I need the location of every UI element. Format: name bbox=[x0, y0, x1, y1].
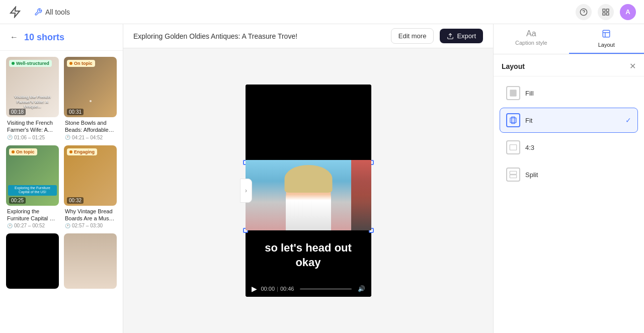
short-time: 🕐 02:57 – 03:30 bbox=[65, 223, 116, 228]
play-button[interactable]: ▶ bbox=[252, 285, 257, 293]
user-avatar[interactable]: A bbox=[620, 4, 636, 20]
svg-rect-4 bbox=[606, 9, 609, 12]
svg-rect-13 bbox=[512, 117, 515, 123]
video-player: so let's head outokay ▶ 00:00 | 00:46 bbox=[246, 85, 371, 297]
content-header: Exploring Golden Oldies Antiques: A Trea… bbox=[123, 24, 493, 48]
content-area: Exploring Golden Oldies Antiques: A Trea… bbox=[123, 24, 493, 333]
shorts-list: Well-structured 00:18 Visiting the Frenc… bbox=[0, 51, 123, 333]
short-title: Exploring the Furniture Capital of the U… bbox=[7, 208, 58, 222]
short-title: Stone Bowls and Beads: Affordable Stylin… bbox=[65, 119, 116, 134]
layout-option-43[interactable]: 4:3 bbox=[500, 135, 638, 160]
badge-dot bbox=[12, 62, 15, 65]
short-time: 🕐 00:27 – 00:52 bbox=[7, 223, 58, 228]
app-logo[interactable] bbox=[8, 5, 22, 19]
layout-panel-header: Layout ✕ bbox=[494, 54, 644, 76]
status-badge: Well-structured bbox=[9, 60, 52, 67]
short-title: Why Vintage Bread Boards Are a Must-Have… bbox=[65, 208, 116, 222]
video-player-wrapper: so let's head outokay ▶ 00:00 | 00:46 bbox=[246, 85, 371, 297]
svg-rect-14 bbox=[510, 145, 516, 150]
short-thumbnail: Engaging 00:32 bbox=[64, 145, 117, 206]
check-icon: ✓ bbox=[625, 116, 631, 124]
list-item[interactable]: On topic 00:31 Stone Bowls and Beads: Af… bbox=[64, 57, 117, 140]
panel-tabs: Aa Caption style Layout bbox=[494, 24, 644, 54]
svg-marker-0 bbox=[11, 7, 20, 17]
layout-option-split[interactable]: Split bbox=[500, 162, 638, 187]
main-content: ← 10 shorts Well-structured 00:18 Visiti… bbox=[0, 24, 644, 333]
short-duration: 00:18 bbox=[9, 109, 26, 115]
layout-options: Fill Fit ✓ bbox=[494, 76, 644, 191]
43-icon bbox=[506, 140, 520, 154]
collapse-sidebar-button[interactable]: › bbox=[240, 179, 252, 203]
short-title: Visiting the French Farmer's Wife: A Uni… bbox=[7, 119, 58, 134]
badge-dot bbox=[69, 62, 72, 65]
fit-label: Fit bbox=[525, 117, 620, 124]
back-button[interactable]: ← bbox=[8, 31, 20, 43]
tab-caption-style[interactable]: Aa Caption style bbox=[494, 24, 569, 54]
help-icon[interactable] bbox=[576, 4, 592, 20]
svg-rect-6 bbox=[603, 13, 605, 15]
short-info: Exploring the Furniture Capital of the U… bbox=[6, 208, 59, 229]
short-info: Why Vintage Bread Boards Are a Must-Have… bbox=[64, 208, 117, 229]
top-nav: All tools A bbox=[0, 0, 644, 24]
short-thumbnail: On topic 00:25 Exploring the Furniture C… bbox=[6, 145, 59, 206]
progress-bar[interactable] bbox=[300, 288, 351, 290]
right-panel: Aa Caption style Layout Layout ✕ bbox=[493, 24, 644, 333]
clock-icon: 🕐 bbox=[7, 135, 13, 140]
svg-rect-8 bbox=[603, 30, 610, 37]
status-badge: On topic bbox=[67, 60, 95, 67]
clock-icon: 🕐 bbox=[65, 223, 70, 228]
export-button[interactable]: Export bbox=[440, 29, 483, 43]
text-icon: Aa bbox=[526, 29, 536, 38]
nav-icons: A bbox=[576, 4, 636, 20]
list-item[interactable] bbox=[6, 233, 59, 291]
status-badge: Engaging bbox=[67, 148, 97, 155]
current-time: 00:00 bbox=[261, 286, 275, 292]
export-label: Export bbox=[457, 32, 476, 40]
video-person-bg bbox=[246, 160, 371, 230]
badge-dot bbox=[12, 150, 15, 153]
layout-option-fill[interactable]: Fill bbox=[500, 80, 638, 106]
svg-rect-15 bbox=[510, 171, 516, 174]
edit-more-button[interactable]: Edit more bbox=[391, 28, 434, 44]
volume-button[interactable]: 🔊 bbox=[358, 285, 365, 292]
video-top-section bbox=[246, 85, 371, 160]
list-item[interactable]: Engaging 00:32 Why Vintage Bread Boards … bbox=[64, 145, 117, 229]
upload-icon bbox=[447, 33, 454, 40]
layout-option-fit[interactable]: Fit ✓ bbox=[500, 108, 638, 133]
clock-icon: 🕐 bbox=[65, 135, 70, 140]
layout-panel-title: Layout bbox=[502, 62, 525, 70]
video-caption-area: so let's head outokay bbox=[246, 230, 371, 281]
video-controls: ▶ 00:00 | 00:46 🔊 bbox=[246, 281, 371, 297]
all-tools-button[interactable]: All tools bbox=[30, 6, 74, 18]
total-time: 00:46 bbox=[280, 286, 294, 292]
short-duration: 00:31 bbox=[67, 109, 84, 115]
short-overlay: Exploring the Furniture Capital of the U… bbox=[8, 185, 57, 196]
short-info: Visiting the French Farmer's Wife: A Uni… bbox=[6, 119, 59, 140]
list-item[interactable]: Well-structured 00:18 Visiting the Frenc… bbox=[6, 57, 59, 140]
caption-style-tab-label: Caption style bbox=[515, 40, 547, 46]
all-tools-label: All tools bbox=[45, 8, 70, 16]
short-info: Stone Bowls and Beads: Affordable Stylin… bbox=[64, 119, 117, 140]
svg-rect-3 bbox=[603, 9, 605, 12]
svg-rect-11 bbox=[510, 90, 516, 96]
short-thumbnail: On topic 00:31 bbox=[64, 57, 117, 117]
short-duration: 00:25 bbox=[9, 197, 26, 204]
close-button[interactable]: ✕ bbox=[629, 61, 636, 71]
svg-rect-16 bbox=[510, 175, 516, 178]
fill-label: Fill bbox=[525, 90, 631, 97]
layout-tab-label: Layout bbox=[598, 42, 615, 48]
short-overlay: Visiting the French Farmer's Wife: A Uni… bbox=[8, 95, 57, 109]
list-item[interactable] bbox=[64, 233, 117, 291]
tab-layout[interactable]: Layout bbox=[569, 24, 645, 54]
short-duration: 00:32 bbox=[67, 197, 84, 204]
clock-icon: 🕐 bbox=[7, 223, 13, 228]
short-time: 🕐 04:21 – 04:52 bbox=[65, 135, 116, 140]
badge-dot bbox=[69, 150, 72, 153]
grid-icon[interactable] bbox=[598, 4, 614, 20]
short-thumbnail bbox=[64, 233, 117, 289]
svg-rect-5 bbox=[606, 13, 609, 15]
time-display: 00:00 | 00:46 bbox=[261, 286, 294, 292]
fit-icon bbox=[506, 113, 520, 127]
list-item[interactable]: On topic 00:25 Exploring the Furniture C… bbox=[6, 145, 59, 229]
video-area: so let's head outokay ▶ 00:00 | 00:46 bbox=[123, 48, 493, 333]
